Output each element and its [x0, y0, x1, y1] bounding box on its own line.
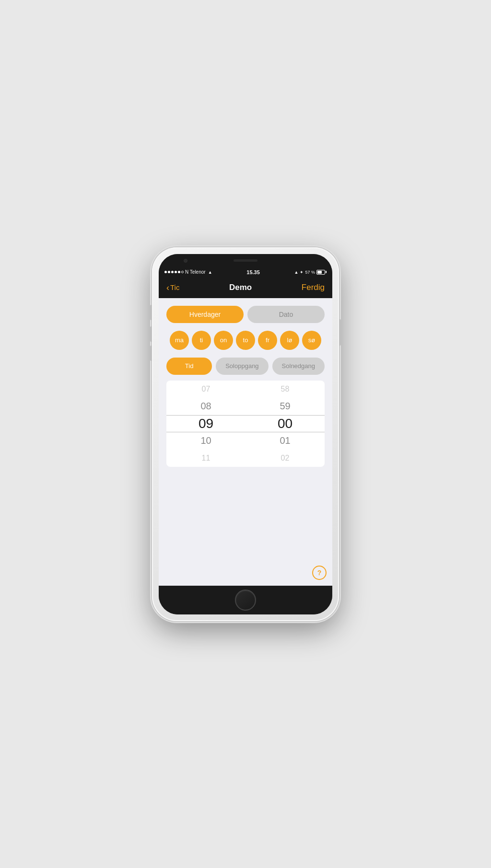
minute-item-01: 01 [246, 432, 325, 450]
location-icon: ▲ [294, 270, 299, 275]
minute-item-58: 58 [246, 381, 325, 398]
soloppgang-button[interactable]: Soloppgang [216, 358, 268, 375]
hour-item-10: 10 [166, 432, 246, 450]
speaker-icon [234, 259, 257, 262]
battery-percent: 57 % [305, 270, 315, 275]
signal-dot-5 [178, 271, 180, 273]
carrier-label: N Telenor [185, 269, 206, 275]
time-picker[interactable]: 07 08 09 10 11 58 59 00 01 02 [166, 381, 325, 467]
status-bar: N Telenor ▲ 15.35 ▲ ✦ 57 % [159, 267, 332, 277]
wifi-icon: ▲ [208, 270, 212, 275]
signal-dot-1 [164, 271, 167, 273]
signal-dot-3 [171, 271, 174, 273]
day-to-button[interactable]: to [236, 331, 255, 350]
signal-bars [164, 271, 184, 273]
content-scroll: Hverdager Dato ma ti on to fr lø sø Tid … [159, 298, 332, 586]
main-content: Hverdager Dato ma ti on to fr lø sø Tid … [159, 298, 332, 586]
days-row: ma ti on to fr lø sø [166, 331, 325, 350]
day-lo-button[interactable]: lø [280, 331, 299, 350]
time-picker-inner: 07 08 09 10 11 58 59 00 01 02 [166, 381, 325, 467]
day-ti-button[interactable]: ti [192, 331, 211, 350]
minute-item-59: 59 [246, 398, 325, 415]
back-label: Tic [170, 283, 179, 291]
solnedgang-button[interactable]: Solnedgang [272, 358, 325, 375]
battery-icon [316, 270, 327, 275]
day-on-button[interactable]: on [214, 331, 233, 350]
home-button[interactable] [235, 590, 256, 611]
signal-dot-4 [175, 271, 177, 273]
hour-item-07: 07 [166, 381, 246, 398]
status-right: ▲ ✦ 57 % [294, 270, 327, 275]
signal-dot-6 [181, 271, 184, 273]
phone-top-bar [159, 254, 332, 267]
dato-button[interactable]: Dato [247, 306, 325, 323]
back-chevron-icon: ‹ [166, 283, 169, 292]
signal-dot-2 [168, 271, 170, 273]
nav-bar: ‹ Tic Demo Ferdig [159, 277, 332, 298]
tid-button[interactable]: Tid [166, 358, 212, 375]
minute-item-02: 02 [246, 450, 325, 467]
hour-item-11: 11 [166, 450, 246, 467]
done-button[interactable]: Ferdig [302, 283, 325, 292]
day-fr-button[interactable]: fr [258, 331, 277, 350]
back-button[interactable]: ‹ Tic [166, 283, 179, 292]
hours-column[interactable]: 07 08 09 10 11 [166, 381, 246, 467]
day-ma-button[interactable]: ma [170, 331, 189, 350]
front-camera-icon [184, 259, 187, 263]
day-so-button[interactable]: sø [302, 331, 321, 350]
status-time: 15.35 [246, 269, 260, 275]
hverdager-button[interactable]: Hverdager [166, 306, 244, 323]
phone-frame: N Telenor ▲ 15.35 ▲ ✦ 57 % ‹ Tic [152, 247, 339, 621]
nav-title: Demo [229, 283, 252, 292]
minute-item-00-selected: 00 [246, 415, 325, 432]
bluetooth-icon: ✦ [300, 270, 304, 275]
status-left: N Telenor ▲ [164, 269, 212, 275]
minutes-column[interactable]: 58 59 00 01 02 [246, 381, 325, 467]
phone-screen: N Telenor ▲ 15.35 ▲ ✦ 57 % ‹ Tic [159, 254, 332, 614]
schedule-type-toggle: Hverdager Dato [166, 306, 325, 323]
time-mode-row: Tid Soloppgang Solnedgang [166, 358, 325, 375]
help-button[interactable]: ? [312, 566, 327, 580]
home-button-area [159, 586, 332, 614]
hour-item-08: 08 [166, 398, 246, 415]
hour-item-09-selected: 09 [166, 415, 246, 432]
